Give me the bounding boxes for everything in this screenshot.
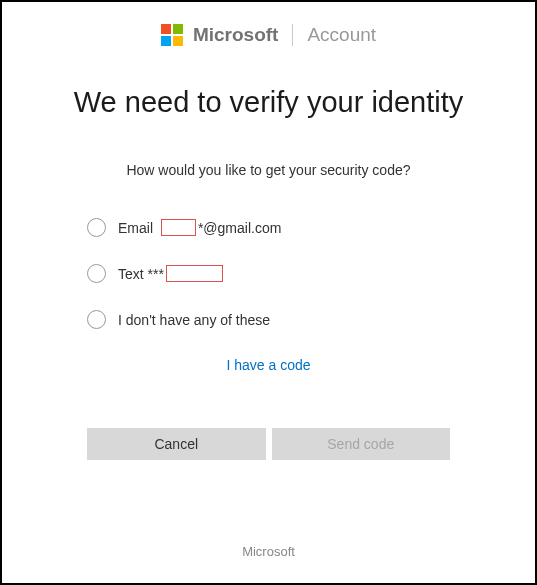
subtitle: How would you like to get your security … <box>2 162 535 178</box>
footer-text: Microsoft <box>2 544 535 559</box>
option-email-suffix: *@gmail.com <box>198 220 281 236</box>
section-label: Account <box>307 24 376 46</box>
button-row: Cancel Send code <box>2 428 535 460</box>
option-email[interactable]: Email *@gmail.com <box>87 218 535 237</box>
option-none[interactable]: I don't have any of these <box>87 310 535 329</box>
option-none-label: I don't have any of these <box>118 312 270 328</box>
page-title: We need to verify your identity <box>2 84 535 120</box>
option-email-label: Email *@gmail.com <box>118 219 281 236</box>
option-text-prefix: Text *** <box>118 266 164 282</box>
send-code-button[interactable]: Send code <box>272 428 451 460</box>
radio-icon[interactable] <box>87 310 106 329</box>
masked-phone-box <box>166 265 223 282</box>
radio-icon[interactable] <box>87 218 106 237</box>
masked-email-box <box>161 219 196 236</box>
have-code-link[interactable]: I have a code <box>226 357 310 373</box>
radio-icon[interactable] <box>87 264 106 283</box>
microsoft-logo-icon <box>161 24 183 46</box>
header-divider <box>292 24 293 46</box>
brand-label: Microsoft <box>193 24 279 46</box>
option-email-prefix: Email <box>118 220 153 236</box>
option-text-label: Text *** <box>118 265 223 282</box>
option-text[interactable]: Text *** <box>87 264 535 283</box>
cancel-button[interactable]: Cancel <box>87 428 266 460</box>
link-row: I have a code <box>2 356 535 374</box>
options-group: Email *@gmail.com Text *** I don't have … <box>2 218 535 329</box>
header: Microsoft Account <box>2 2 535 46</box>
